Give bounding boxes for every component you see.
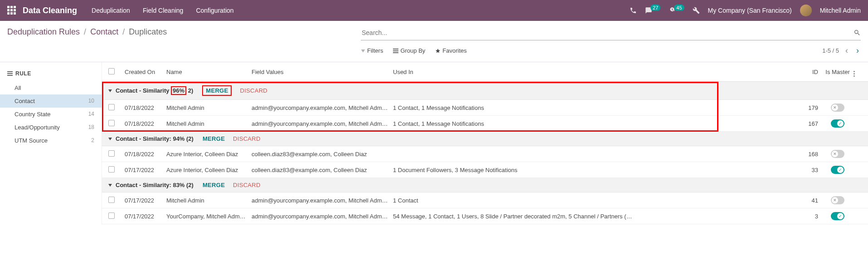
cell-id: 167 (802, 120, 822, 127)
menu-configuration[interactable]: Configuration (196, 7, 233, 14)
debug-icon[interactable] (693, 7, 700, 14)
master-toggle[interactable]: ✓ (831, 166, 844, 174)
master-toggle[interactable]: ✕ (831, 150, 844, 158)
sidebar-item-country-state[interactable]: Country State14 (0, 108, 102, 121)
groupby-button[interactable]: Group By (393, 47, 425, 54)
row-checkbox[interactable] (108, 197, 115, 203)
row-checkbox[interactable] (108, 213, 115, 219)
search-icon[interactable] (853, 29, 861, 36)
control-panel: Deduplication Rules / Contact / Duplicat… (0, 21, 868, 55)
list-icon (393, 49, 398, 53)
pager: 1-5 / 5 ‹ › (822, 46, 861, 55)
group-header[interactable]: Contact - Similarity: 94% (2)MERGEDISCAR… (102, 132, 868, 146)
discard-button[interactable]: DISCARD (233, 182, 261, 188)
merge-button[interactable]: MERGE (203, 135, 225, 142)
select-all-checkbox[interactable] (108, 68, 115, 74)
table-row[interactable]: 07/17/2022YourCompany, Mitchell Adm…admi… (102, 208, 868, 224)
navbar-right: 27 45 My Company (San Francisco) Mitchel… (630, 5, 861, 16)
row-checkbox[interactable] (108, 150, 115, 157)
sidebar-item-all[interactable]: All (0, 81, 102, 94)
th-created[interactable]: Created On (125, 69, 166, 75)
cell-field: colleen.diaz83@example.com, Colleen Diaz (252, 151, 393, 158)
table-area: Created On Name Field Values Used In ID … (102, 62, 868, 224)
breadcrumb-rules[interactable]: Deduplication Rules (7, 27, 80, 36)
pager-value[interactable]: 1-5 / 5 (822, 47, 839, 54)
group: Contact - Similarity: 83% (2)MERGEDISCAR… (102, 178, 868, 224)
favorites-button[interactable]: Favorites (435, 47, 466, 54)
cell-id: 41 (802, 197, 822, 204)
cell-field: admin@yourcompany.example.com, Mitchell … (252, 213, 393, 220)
th-id[interactable]: ID (802, 69, 822, 75)
cell-used: 1 Document Followers, 3 Message Notifica… (393, 167, 802, 173)
breadcrumb: Deduplication Rules / Contact / Duplicat… (7, 27, 352, 37)
cell-created: 07/17/2022 (125, 197, 166, 204)
master-toggle[interactable]: ✕ (831, 196, 844, 204)
breadcrumb-contact[interactable]: Contact (90, 27, 118, 36)
cell-used: 1 Contact, 1 Message Notifications (393, 120, 802, 127)
user-menu[interactable]: Mitchell Admin (820, 7, 861, 14)
cell-master: ✕ (822, 150, 853, 158)
cell-created: 07/18/2022 (125, 120, 166, 127)
group-header[interactable]: Contact - Similarity: 83% (2)MERGEDISCAR… (102, 178, 868, 193)
master-toggle[interactable]: ✕ (831, 104, 844, 112)
group: Contact - Similarity: 94% (2)MERGEDISCAR… (102, 132, 868, 178)
company-switcher[interactable]: My Company (San Francisco) (708, 7, 792, 14)
search-area: Filters Group By Favorites 1-5 / 5 ‹ › (361, 27, 861, 55)
merge-button[interactable]: MERGE (202, 85, 232, 96)
merge-button[interactable]: MERGE (203, 182, 225, 188)
cell-name: Mitchell Admin (166, 120, 252, 127)
columns-menu-icon[interactable] (853, 71, 855, 77)
th-field[interactable]: Field Values (252, 69, 393, 75)
row-checkbox[interactable] (108, 120, 115, 126)
cell-master: ✓ (822, 119, 853, 128)
sidebar-item-utm[interactable]: UTM Source2 (0, 134, 102, 147)
group-header[interactable]: Contact - Similarity 96% 2)MERGEDISCARD (102, 82, 868, 100)
cell-used: 1 Contact (393, 197, 802, 204)
menu-field-cleaning[interactable]: Field Cleaning (143, 7, 184, 14)
discard-button[interactable]: DISCARD (240, 87, 267, 94)
table-row[interactable]: 07/18/2022Azure Interior, Colleen Diazco… (102, 146, 868, 162)
group-label: Contact - Similarity: 83% (2) (116, 182, 194, 188)
table-row[interactable]: 07/18/2022Mitchell Adminadmin@yourcompan… (102, 100, 868, 116)
row-checkbox[interactable] (108, 166, 115, 173)
row-checkbox[interactable] (108, 104, 115, 110)
cell-id: 168 (802, 151, 822, 158)
cell-name: Mitchell Admin (166, 197, 252, 204)
activities-count: 45 (674, 5, 684, 11)
cell-name: Azure Interior, Colleen Diaz (166, 167, 252, 173)
cell-created: 07/17/2022 (125, 167, 166, 173)
discard-button[interactable]: DISCARD (233, 135, 261, 142)
search-input[interactable] (361, 27, 853, 38)
group-label: Contact - Similarity 96% 2) (116, 86, 193, 95)
messages-count: 27 (650, 5, 660, 11)
sidebar-header: RULE (0, 69, 102, 81)
th-used[interactable]: Used In (393, 69, 802, 75)
caret-down-icon (108, 184, 112, 187)
apps-icon[interactable] (7, 6, 16, 15)
filters-button[interactable]: Filters (361, 47, 383, 54)
similarity-pct: 96% (171, 86, 186, 95)
cell-master: ✓ (822, 212, 853, 220)
menu-deduplication[interactable]: Deduplication (92, 7, 130, 14)
navbar: Data Cleaning Deduplication Field Cleani… (0, 0, 868, 21)
search-box[interactable] (361, 27, 861, 40)
master-toggle[interactable]: ✓ (831, 212, 844, 220)
phone-icon[interactable] (630, 7, 637, 14)
avatar[interactable] (800, 5, 812, 16)
messages-icon[interactable]: 27 (645, 7, 660, 14)
group-label: Contact - Similarity: 94% (2) (116, 135, 194, 142)
pager-next[interactable]: › (854, 46, 861, 55)
master-toggle[interactable]: ✓ (831, 119, 844, 128)
app-brand[interactable]: Data Cleaning (23, 6, 77, 15)
sidebar-item-contact[interactable]: Contact10 (0, 94, 102, 108)
sidebar-item-lead[interactable]: Lead/Opportunity18 (0, 121, 102, 134)
cell-master: ✕ (822, 104, 853, 112)
th-master[interactable]: Is Master (822, 69, 853, 75)
th-name[interactable]: Name (166, 69, 252, 75)
table-row[interactable]: 07/17/2022Azure Interior, Colleen Diazco… (102, 162, 868, 178)
table-row[interactable]: 07/18/2022Mitchell Adminadmin@yourcompan… (102, 116, 868, 132)
activities-icon[interactable]: 45 (669, 7, 684, 14)
group: Contact - Similarity 96% 2)MERGEDISCARD0… (102, 82, 868, 132)
pager-prev[interactable]: ‹ (844, 46, 850, 55)
table-row[interactable]: 07/17/2022Mitchell Adminadmin@yourcompan… (102, 193, 868, 208)
